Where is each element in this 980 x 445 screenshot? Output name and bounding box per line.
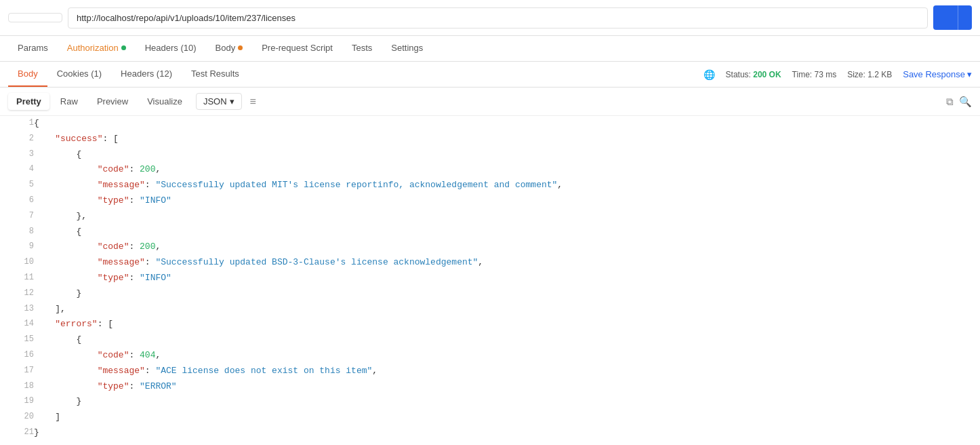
request-tabs: Params Authorization Headers (10) Body P… — [0, 36, 980, 62]
json-format-select[interactable]: JSON ▾ — [196, 93, 242, 110]
line-number: 17 — [0, 364, 34, 379]
send-caret — [958, 12, 972, 23]
line-number: 5 — [0, 178, 34, 193]
line-number: 3 — [0, 147, 34, 163]
line-code: { — [34, 116, 980, 132]
tab-pre-request[interactable]: Pre-request Script — [252, 36, 342, 61]
line-code: "type": "INFO" — [34, 193, 980, 209]
line-code: } — [34, 286, 980, 302]
table-row: 12 } — [0, 286, 980, 302]
tab-pre-request-label: Pre-request Script — [262, 43, 333, 53]
line-number: 1 — [0, 116, 34, 132]
line-code: "message": "ACE license does not exist o… — [34, 364, 980, 379]
table-row: 2 "success": [ — [0, 132, 980, 147]
method-select[interactable] — [8, 13, 62, 22]
resp-tab-body-label: Body — [18, 69, 38, 79]
line-code: } — [34, 394, 980, 410]
line-number: 8 — [0, 225, 34, 240]
tab-body[interactable]: Body — [206, 36, 253, 61]
send-label — [933, 12, 958, 23]
tab-tests-label: Tests — [352, 43, 372, 53]
json-format-label: JSON — [203, 96, 227, 107]
line-number: 12 — [0, 286, 34, 302]
line-code: } — [34, 425, 980, 439]
json-format-chevron: ▾ — [230, 96, 234, 107]
line-code: "type": "INFO" — [34, 271, 980, 286]
save-response-label: Save Response — [903, 69, 965, 79]
line-number: 10 — [0, 255, 34, 271]
resp-status: 🌐 Status: 200 OK Time: 73 ms Size: 1.2 K… — [703, 69, 972, 80]
save-response-button[interactable]: Save Response ▾ — [903, 69, 972, 79]
send-button[interactable] — [933, 5, 972, 30]
code-table: 1{2 "success": [3 {4 "code": 200,5 "mess… — [0, 116, 980, 439]
tab-body-label: Body — [216, 43, 236, 53]
table-row: 9 "code": 200, — [0, 239, 980, 255]
time-value: 73 ms — [814, 70, 836, 79]
table-row: 4 "code": 200, — [0, 162, 980, 178]
table-row: 8 { — [0, 225, 980, 240]
line-code: "message": "Successfully updated BSD-3-C… — [34, 255, 980, 271]
line-code: { — [34, 225, 980, 240]
resp-tab-cookies-label: Cookies (1) — [57, 69, 102, 79]
tab-headers[interactable]: Headers (10) — [136, 36, 206, 61]
line-number: 15 — [0, 332, 34, 348]
line-number: 14 — [0, 317, 34, 332]
format-pretty-button[interactable]: Pretty — [8, 93, 49, 110]
table-row: 3 { — [0, 147, 980, 163]
line-code: "message": "Successfully updated MIT's l… — [34, 178, 980, 193]
line-number: 9 — [0, 239, 34, 255]
time-label: Time: 73 ms — [792, 70, 837, 79]
globe-icon: 🌐 — [703, 69, 715, 80]
url-input[interactable] — [68, 7, 928, 28]
line-code: "code": 404, — [34, 348, 980, 364]
table-row: 5 "message": "Successfully updated MIT's… — [0, 178, 980, 193]
table-row: 13 ], — [0, 302, 980, 317]
format-raw-button[interactable]: Raw — [52, 93, 86, 110]
tab-settings-label: Settings — [391, 43, 423, 53]
table-row: 11 "type": "INFO" — [0, 271, 980, 286]
format-visualize-button[interactable]: Visualize — [139, 93, 190, 110]
wrap-lines-icon[interactable]: ≡ — [250, 96, 256, 108]
body-dot — [238, 45, 243, 50]
line-number: 19 — [0, 394, 34, 410]
line-code: "code": 200, — [34, 239, 980, 255]
resp-tab-headers[interactable]: Headers (12) — [111, 62, 182, 87]
line-code: { — [34, 332, 980, 348]
table-row: 7 }, — [0, 209, 980, 225]
tab-settings[interactable]: Settings — [382, 36, 432, 61]
copy-icon[interactable]: ⧉ — [946, 96, 954, 108]
resp-tab-test-results[interactable]: Test Results — [182, 62, 249, 87]
table-row: 18 "type": "ERROR" — [0, 379, 980, 395]
line-number: 2 — [0, 132, 34, 147]
format-preview-button[interactable]: Preview — [89, 93, 136, 110]
resp-tab-cookies[interactable]: Cookies (1) — [47, 62, 111, 87]
resp-tab-headers-label: Headers (12) — [121, 69, 172, 79]
line-number: 4 — [0, 162, 34, 178]
line-code: "success": [ — [34, 132, 980, 147]
save-response-chevron: ▾ — [967, 69, 972, 79]
size-value: 1.2 KB — [867, 70, 892, 79]
tab-params-label: Params — [18, 43, 48, 53]
table-row: 16 "code": 404, — [0, 348, 980, 364]
search-icon[interactable]: 🔍 — [959, 96, 972, 108]
size-label: Size: 1.2 KB — [847, 70, 892, 79]
top-bar — [0, 0, 980, 36]
line-code: ], — [34, 302, 980, 317]
line-code: }, — [34, 209, 980, 225]
table-row: 15 { — [0, 332, 980, 348]
tab-tests[interactable]: Tests — [342, 36, 382, 61]
tab-params[interactable]: Params — [8, 36, 58, 61]
line-number: 13 — [0, 302, 34, 317]
tab-headers-label: Headers (10) — [145, 43, 197, 53]
line-number: 18 — [0, 379, 34, 395]
code-area[interactable]: 1{2 "success": [3 {4 "code": 200,5 "mess… — [0, 116, 980, 439]
format-right-icons: ⧉ 🔍 — [946, 96, 972, 108]
tab-authorization[interactable]: Authorization — [58, 36, 136, 61]
authorization-dot — [121, 45, 126, 50]
table-row: 20 ] — [0, 410, 980, 425]
table-row: 10 "message": "Successfully updated BSD-… — [0, 255, 980, 271]
table-row: 21} — [0, 425, 980, 439]
resp-tab-body[interactable]: Body — [8, 62, 47, 87]
line-code: { — [34, 147, 980, 163]
status-label: Status: 200 OK — [726, 70, 781, 79]
